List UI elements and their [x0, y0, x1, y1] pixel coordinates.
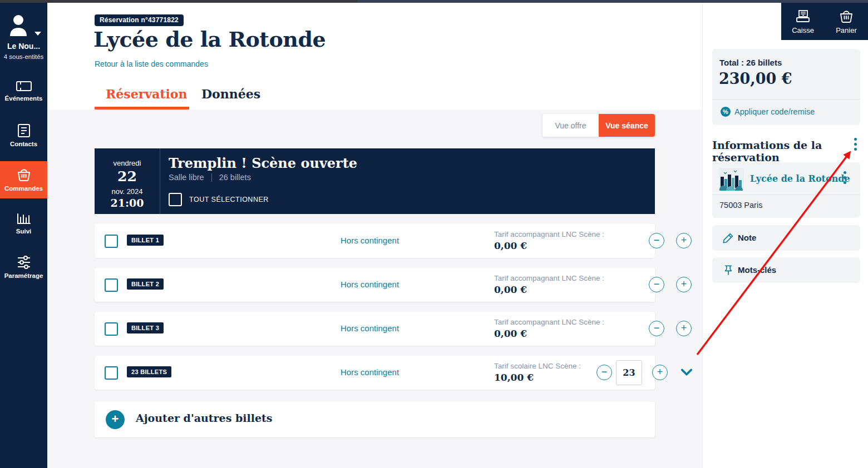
session-ticket-count: 26 billets	[219, 173, 251, 182]
increment-button[interactable]: +	[676, 233, 692, 248]
increment-button[interactable]: +	[676, 277, 692, 292]
tarif-label: Tarif accompagnant LNC Scène :	[494, 274, 604, 282]
decrement-button[interactable]: −	[649, 277, 664, 292]
tab-donnees[interactable]: Données	[201, 87, 260, 101]
ticket-badge: BILLET 3	[127, 322, 164, 333]
entity-name: Le Nou...	[0, 42, 47, 51]
decrement-button[interactable]: −	[596, 365, 612, 380]
select-all-control: TOUT SÉLECTIONNER	[169, 193, 269, 206]
vue-offre-button[interactable]: Vue offre	[542, 114, 599, 137]
main-content: Réservation n°43771822 Lycée de la Roton…	[47, 3, 702, 468]
tab-reservation[interactable]: Réservation	[106, 87, 187, 101]
ticket-badge: BILLET 1	[127, 235, 164, 246]
tarif-price: 0,00 €	[494, 328, 527, 339]
tarif-label: Tarif accompagnant LNC Scène :	[494, 230, 604, 238]
row-checkbox[interactable]	[105, 235, 118, 248]
basket-icon	[839, 9, 854, 24]
right-panel: Caisse Panier Total : 26 billets 230,00 …	[702, 3, 868, 468]
tarif-price: 0,00 €	[494, 240, 527, 251]
sliders-icon	[16, 255, 32, 270]
separator	[211, 173, 212, 182]
ticket-row: BILLET 2 Hors contingent Tarif accompagn…	[95, 268, 655, 302]
select-all-label: TOUT SÉLECTIONNER	[189, 196, 269, 203]
divider	[712, 195, 860, 195]
keywords-label: Mots-clés	[738, 265, 776, 275]
session-date: vendredi 22 nov. 2024 21:00	[95, 148, 160, 214]
back-to-orders-link[interactable]: Retour à la liste des commandes	[95, 59, 208, 68]
session-day: 22	[95, 168, 160, 185]
increment-button[interactable]: +	[652, 365, 668, 380]
vue-seance-button[interactable]: Vue séance	[599, 114, 655, 137]
increment-button[interactable]: +	[676, 321, 692, 336]
keywords-button[interactable]: Mots-clés	[712, 257, 860, 283]
session-header: vendredi 22 nov. 2024 21:00 Tremplin ! S…	[95, 148, 655, 214]
ticket-icon	[16, 80, 32, 92]
tarif-label: Tarif scolaire LNC Scène :	[494, 362, 581, 370]
tarif-price: 10,00 €	[494, 372, 534, 383]
ticket-badge: 23 BILLETS	[127, 366, 171, 377]
reservation-info-heading: Informations de la réservation	[712, 139, 868, 163]
sidebar: Le Nou... 4 sous-entités Événements Cont…	[0, 3, 47, 468]
caisse-button[interactable]: Caisse	[781, 3, 825, 40]
sidebar-item-suivi[interactable]: Suivi	[0, 208, 47, 242]
pushpin-icon	[722, 264, 734, 276]
venue-name-link[interactable]: Lycée de la Rotonde	[750, 173, 850, 184]
panier-button[interactable]: Panier	[825, 3, 868, 40]
ticket-row: BILLET 1 Hors contingent Tarif accompagn…	[95, 224, 655, 258]
contacts-icon	[17, 123, 31, 138]
row-checkbox[interactable]	[105, 366, 118, 380]
total-card: Total : 26 billets 230,00 € % Appliquer …	[712, 49, 860, 125]
contingent-link[interactable]: Hors contingent	[341, 280, 399, 289]
right-topbar: Caisse Panier	[781, 3, 868, 40]
venue-menu-button[interactable]	[842, 170, 847, 185]
row-checkbox[interactable]	[105, 278, 118, 292]
add-tickets-label: Ajouter d'autres billets	[136, 412, 273, 424]
pencil-icon	[722, 232, 734, 244]
sidebar-item-contacts[interactable]: Contacts	[0, 121, 47, 153]
reservation-info-menu-button[interactable]	[853, 137, 858, 152]
ticket-group-row: 23 BILLETS Hors contingent Tarif scolair…	[95, 356, 655, 390]
total-amount: 230,00 €	[719, 70, 792, 87]
expand-chevron-icon[interactable]	[680, 368, 693, 377]
sidebar-item-evenements[interactable]: Événements	[0, 78, 47, 109]
select-all-checkbox[interactable]	[169, 193, 182, 206]
venue-card: Lycée de la Rotonde 75003 Paris	[712, 162, 860, 218]
sidebar-item-parametrage[interactable]: Paramétrage	[0, 253, 47, 287]
session-weekday: vendredi	[95, 159, 160, 167]
chevron-down-icon	[34, 32, 41, 36]
session-subtitle: Salle libre 26 billets	[169, 173, 251, 182]
session-venue: Salle libre	[169, 173, 204, 182]
account-menu[interactable]	[0, 14, 47, 37]
page: Le Nou... 4 sous-entités Événements Cont…	[0, 0, 868, 468]
sidebar-item-commandes[interactable]: Commandes	[0, 161, 47, 198]
decrement-button[interactable]: −	[649, 321, 664, 336]
tarif-price: 0,00 €	[494, 284, 527, 295]
total-label: Total : 26 billets	[719, 58, 782, 67]
row-checkbox[interactable]	[105, 322, 118, 336]
decrement-button[interactable]: −	[649, 233, 664, 248]
reservation-number-badge: Réservation n°43771822	[95, 14, 184, 26]
session-title: Tremplin ! Scène ouverte	[169, 155, 357, 171]
divider	[712, 99, 860, 99]
cash-register-icon	[795, 9, 811, 24]
add-tickets-button[interactable]: + Ajouter d'autres billets	[95, 402, 655, 437]
tarif-label: Tarif accompagnant LNC Scène :	[494, 318, 604, 326]
ticket-row: BILLET 3 Hors contingent Tarif accompagn…	[95, 312, 655, 346]
session-month: nov. 2024	[95, 187, 160, 196]
percent-icon: %	[721, 107, 731, 117]
quantity-input[interactable]	[616, 360, 642, 385]
apply-discount-link[interactable]: Appliquer code/remise	[734, 107, 815, 116]
contingent-link[interactable]: Hors contingent	[341, 367, 399, 377]
basket-icon	[16, 168, 32, 182]
page-title: Lycée de la Rotonde	[93, 27, 326, 52]
note-button[interactable]: Note	[712, 225, 860, 251]
contingent-link[interactable]: Hors contingent	[341, 236, 399, 245]
plus-icon: +	[106, 410, 125, 429]
active-tab-underline	[95, 107, 189, 109]
avatar-icon	[7, 14, 32, 37]
contingent-link[interactable]: Hors contingent	[341, 323, 399, 333]
view-toggle: Vue offre Vue séance	[542, 114, 655, 137]
ticket-badge: BILLET 2	[127, 278, 164, 290]
chart-icon	[16, 211, 32, 225]
session-time: 21:00	[95, 197, 160, 209]
